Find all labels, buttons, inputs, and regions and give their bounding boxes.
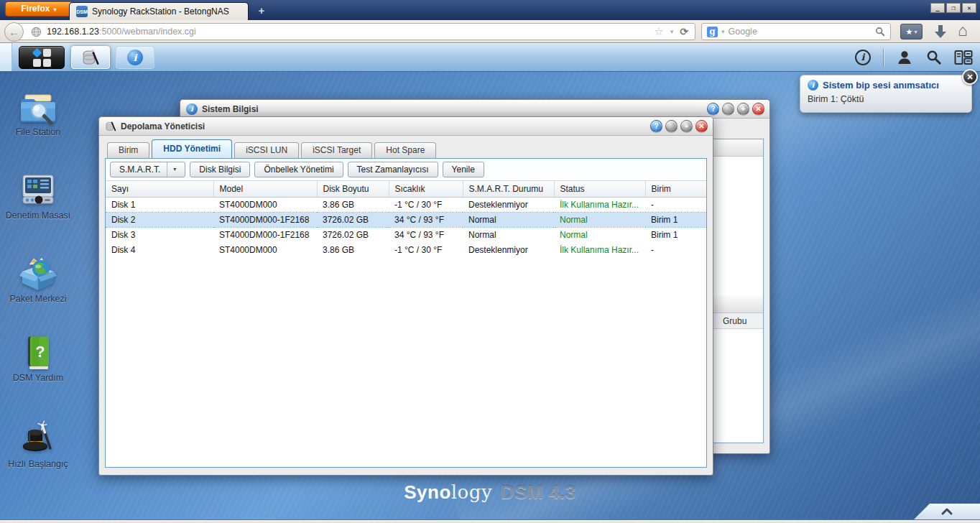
dsm-desktop: i i xyxy=(0,43,980,523)
bookmarks-star-icon: ★ xyxy=(906,27,913,37)
main-menu-grid-icon xyxy=(33,49,51,67)
hdd-toolbar: S.M.A.R.T. ▾ Disk Bilgisi Önbellek Yönet… xyxy=(106,159,706,181)
col-model[interactable]: Model xyxy=(213,181,317,197)
window-controls: _ ❐ ✕ xyxy=(930,3,976,13)
storage-manager-window-controls: ? + ✕ xyxy=(650,120,708,132)
bottom-status-strip xyxy=(0,519,980,523)
storage-manager-icon xyxy=(105,121,116,132)
dsm-version: DSM 4.3 xyxy=(501,481,576,503)
search-magnifier-icon[interactable] xyxy=(875,27,885,37)
refresh-button[interactable]: Yenile xyxy=(443,162,484,177)
svg-text:?: ? xyxy=(35,343,45,361)
maximize-button[interactable]: + xyxy=(737,103,749,115)
notifications-info-icon[interactable]: i xyxy=(855,50,871,65)
browser-tab[interactable]: DSM Synology RackStation - BetongNAS xyxy=(69,2,249,20)
col-birim[interactable]: Birim xyxy=(645,181,706,197)
col-status[interactable]: Status xyxy=(554,181,645,197)
search-bar[interactable]: g ▾ Google xyxy=(701,23,891,40)
notification-title: Sistem bip sesi anımsatıcı xyxy=(823,80,939,91)
desktop-icon-dsm-help[interactable]: ? DSM Yardım xyxy=(4,335,73,384)
smart-button[interactable]: S.M.A.R.T. ▾ xyxy=(110,162,185,177)
home-button[interactable]: ⌂ xyxy=(958,21,968,40)
download-arrow-icon xyxy=(932,23,949,40)
storage-manager-window: Depolama Yöneticisi ? + ✕ Birim HDD Yöne… xyxy=(98,116,713,476)
table-row-disk4[interactable]: Disk 4 ST4000DM000 3.86 GB -1 °C / 30 °F… xyxy=(106,242,706,257)
restore-button[interactable]: ❐ xyxy=(946,3,961,13)
bookmarks-menu-button[interactable]: ★ ▾ xyxy=(900,24,923,40)
taskbar-storage-manager-button[interactable] xyxy=(71,46,110,69)
table-row-disk3[interactable]: Disk 3 ST4000DM000-1F2168 3726.02 GB 34 … xyxy=(106,227,706,242)
desktop-icon-control-panel[interactable]: Denetim Masası xyxy=(4,172,73,221)
package-center-icon xyxy=(4,256,73,292)
tab-hot-spare[interactable]: Hot Spare xyxy=(374,142,436,158)
search-icon[interactable] xyxy=(925,49,942,65)
notification-title-row: i Sistem bip sesi anımsatıcı xyxy=(808,80,964,91)
maximize-button[interactable]: + xyxy=(680,120,693,132)
pilot-view-toggle-tab[interactable] xyxy=(914,504,980,519)
desktop-icon-package-center[interactable]: Paket Merkezi xyxy=(4,256,73,305)
desktop-icon-quick-start[interactable]: Hızlı Başlangıç xyxy=(4,420,73,470)
test-scheduler-button[interactable]: Test Zamanlayıcısı xyxy=(348,162,438,177)
col-sicaklik[interactable]: Sıcaklık xyxy=(389,181,463,197)
table-row-disk1[interactable]: Disk 1 ST4000DM000 3.86 GB -1 °C / 30 °F… xyxy=(106,197,706,212)
tab-birim[interactable]: Birim xyxy=(107,142,149,158)
taskbar-divider xyxy=(883,48,884,67)
tab-iscsi-lun[interactable]: iSCSI LUN xyxy=(234,142,299,158)
desktop-icon-label: Paket Merkezi xyxy=(4,294,73,305)
url-path: :5000/webman/index.cgi xyxy=(99,27,196,37)
back-button[interactable]: ← xyxy=(4,22,24,42)
taskbar-system-info-button[interactable]: i xyxy=(116,46,154,69)
main-menu-button[interactable] xyxy=(19,46,65,69)
window-title: Sistem Bilgisi xyxy=(202,104,259,114)
tab-title: Synology RackStation - BetongNAS xyxy=(92,6,229,17)
dsm-taskbar: i i xyxy=(0,43,980,72)
desktop-icon-label: Denetim Masası xyxy=(4,210,73,221)
minimize-button[interactable]: _ xyxy=(930,3,945,13)
col-sayi[interactable]: Sayı xyxy=(106,181,213,197)
col-disk-boyutu[interactable]: Disk Boyutu xyxy=(317,181,389,197)
storage-manager-titlebar[interactable]: Depolama Yöneticisi xyxy=(99,117,713,136)
browser-navbar: ← 192.168.1.23:5000/webman/index.cgi ☆ ▾… xyxy=(0,20,980,43)
info-icon: i xyxy=(808,80,818,91)
downloads-button[interactable] xyxy=(932,23,949,40)
help-button[interactable]: ? xyxy=(707,103,719,115)
close-button[interactable]: ✕ xyxy=(752,103,764,115)
caret-down-icon: ▾ xyxy=(54,6,57,13)
desktop-icon-file-station[interactable]: File Station xyxy=(4,89,73,138)
disk-info-button[interactable]: Disk Bilgisi xyxy=(190,162,250,177)
desktop-icon-label: File Station xyxy=(4,127,73,138)
bookmark-star-icon[interactable]: ☆ xyxy=(654,25,663,38)
search-engine-dropdown-icon[interactable]: ▾ xyxy=(721,28,725,35)
show-desktop-button[interactable] xyxy=(0,43,12,71)
notification-close-button[interactable]: ✕ xyxy=(962,69,978,85)
taskbar-right-icons: i xyxy=(855,43,973,71)
info-icon: i xyxy=(127,50,143,65)
table-row-disk2-selected[interactable]: Disk 2 ST4000DM000-1F2168 3726.02 GB 34 … xyxy=(106,212,706,227)
minimize-button[interactable] xyxy=(722,103,734,115)
tab-hdd-yonetimi[interactable]: HDD Yönetimi xyxy=(152,139,232,158)
tab-iscsi-target[interactable]: iSCSI Target xyxy=(301,142,372,158)
cache-management-button[interactable]: Önbellek Yönetimi xyxy=(254,162,343,177)
close-button[interactable]: ✕ xyxy=(695,120,708,132)
col-smart-durumu[interactable]: S.M.A.R.T. Durumu xyxy=(463,181,554,197)
url-bar[interactable]: 192.168.1.23:5000/webman/index.cgi ☆ ▾ ⟳ xyxy=(16,23,695,40)
reload-icon[interactable]: ⟳ xyxy=(680,26,688,37)
close-button[interactable]: ✕ xyxy=(962,3,976,13)
notification-body: Birim 1: Çöktü xyxy=(808,94,964,104)
synology-dsm-logo: SynologyDSM 4.3 xyxy=(404,481,576,504)
minimize-button[interactable] xyxy=(665,120,678,132)
dsm-help-icon: ? xyxy=(4,335,73,371)
back-arrow-icon: ← xyxy=(9,26,19,38)
desktop-icon-label: DSM Yardım xyxy=(4,373,73,384)
caret-down-icon: ▾ xyxy=(167,162,176,177)
desktop-icon-label: Hızlı Başlangıç xyxy=(4,459,73,470)
firefox-menu-button[interactable]: Firefox▾ xyxy=(5,1,73,17)
new-tab-button[interactable]: + xyxy=(253,4,270,18)
logo-text-bold: Syno xyxy=(404,481,451,503)
dsm-favicon-icon: DSM xyxy=(76,6,88,17)
url-dropdown-icon[interactable]: ▾ xyxy=(670,28,674,35)
user-menu-icon[interactable] xyxy=(896,49,913,66)
pilot-view-icon[interactable] xyxy=(954,50,973,65)
info-icon: i xyxy=(186,103,198,115)
help-button[interactable]: ? xyxy=(650,120,662,132)
